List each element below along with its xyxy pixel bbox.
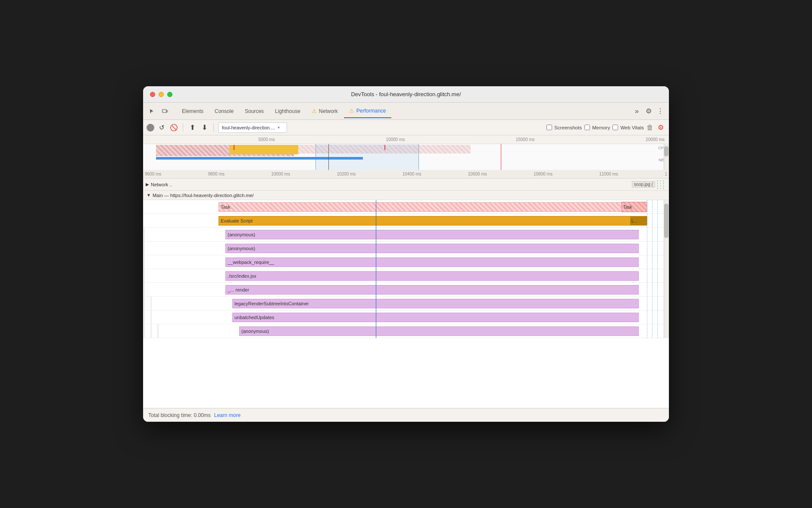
close-button[interactable] xyxy=(150,92,155,97)
anon3-row: (anonymous) xyxy=(143,324,669,338)
task-right-label: Task xyxy=(623,205,632,210)
src-label: ./src/index.jsx xyxy=(228,273,256,279)
task-label: Task xyxy=(221,204,231,210)
anon1-label: (anonymous) xyxy=(228,232,255,237)
flame-chart: ▼ Main — https://foul-heavenly-direction… xyxy=(143,191,669,408)
network-img-label: soop.jpg ( xyxy=(632,181,655,188)
screenshots-label: Screenshots xyxy=(554,125,582,130)
unbatched-row: unbatchedUpdates xyxy=(143,310,669,324)
eval-label: Evaluate Script xyxy=(221,218,253,223)
main-collapse-icon[interactable]: ▼ xyxy=(147,193,151,198)
network-warn-icon: ⚠ xyxy=(312,108,317,114)
tab-lighthouse-label: Lighthouse xyxy=(275,108,300,114)
web-vitals-checkbox[interactable] xyxy=(612,125,618,130)
main-header-label: Main — https://foul-heavenly-direction.g… xyxy=(153,193,254,198)
maximize-button[interactable] xyxy=(167,92,172,97)
memory-checkbox[interactable] xyxy=(584,125,590,130)
web-vitals-check[interactable]: Web Vitals xyxy=(612,125,644,130)
task-row: Task Task xyxy=(143,200,669,214)
traffic-lights xyxy=(150,92,172,97)
upload-button[interactable]: ⬆ xyxy=(187,123,197,132)
cursor-icon[interactable] xyxy=(147,106,158,117)
url-dropdown[interactable]: foul-heavenly-direction.... ▾ xyxy=(218,122,287,133)
flame-rows: Task Task Evaluate Script L... xyxy=(143,200,669,338)
detail-mark-9600: 9600 ms xyxy=(145,172,161,176)
render-label: _... render xyxy=(228,287,249,292)
memory-label: Memory xyxy=(592,125,610,130)
chevron-down-icon: ▾ xyxy=(278,125,280,130)
svg-rect-1 xyxy=(166,110,168,112)
render-row: _... render xyxy=(143,283,669,297)
timeline-ruler: 5000 ms 10000 ms 15000 ms 20000 ms xyxy=(143,135,669,144)
screenshots-check[interactable]: Screenshots xyxy=(547,125,582,130)
toolbar: ↺ 🚫 ⬆ ⬇ foul-heavenly-direction.... ▾ Sc… xyxy=(143,120,669,135)
device-icon[interactable] xyxy=(159,106,171,117)
clear-button[interactable]: 🚫 xyxy=(169,123,178,132)
tab-performance[interactable]: ⚠ Performance xyxy=(344,104,391,118)
ruler-mark-15000: 15000 ms xyxy=(516,137,535,142)
tab-network[interactable]: ⚠ Network xyxy=(306,104,343,118)
web-vitals-label: Web Vitals xyxy=(620,125,644,130)
more-tabs-button[interactable]: » xyxy=(631,107,642,115)
tab-network-label: Network xyxy=(319,108,338,114)
network-expand-icon[interactable]: ▶ xyxy=(146,182,149,187)
ruler-mark-20000: 20000 ms xyxy=(646,137,665,142)
capture-settings-icon[interactable]: ⚙ xyxy=(656,123,665,132)
webpack-label: __webpack_require__ xyxy=(228,260,274,265)
legacy-label: legacyRenderSubtreeIntoContainer xyxy=(234,301,309,306)
devtools-body: Elements Console Sources Lighthouse ⚠ Ne… xyxy=(143,103,669,422)
window-title: DevTools - foul-heavenly-direction.glitc… xyxy=(351,91,461,97)
detail-mark-10600: 10600 ms xyxy=(468,172,487,176)
tab-elements-label: Elements xyxy=(182,108,203,114)
tab-sources-label: Sources xyxy=(245,108,264,114)
eval-row: Evaluate Script L... xyxy=(143,214,669,228)
tab-elements[interactable]: Elements xyxy=(177,104,209,118)
detail-mark-11000: 11000 ms xyxy=(599,172,618,176)
eval-right-bar: L... xyxy=(630,216,647,226)
reload-button[interactable]: ↺ xyxy=(157,123,166,132)
devtools-window: DevTools - foul-heavenly-direction.glitc… xyxy=(143,86,669,422)
detail-mark-10200: 10200 ms xyxy=(337,172,356,176)
detail-mark-9800: 9800 ms xyxy=(208,172,225,176)
detail-mark-10000: 10000 ms xyxy=(271,172,290,176)
blocking-time-text: Total blocking time: 0.00ms xyxy=(148,412,211,418)
task-right-bar: Task xyxy=(621,202,647,212)
overview-scrollbar[interactable] xyxy=(664,144,669,170)
settings-gear-icon[interactable]: ⚙ xyxy=(643,107,654,115)
more-options-icon[interactable]: ⋮ xyxy=(655,107,665,115)
screenshots-checkbox[interactable] xyxy=(547,125,552,130)
toolbar-divider-1 xyxy=(183,123,183,132)
src-row: ./src/index.jsx xyxy=(143,269,669,283)
ruler-mark-10000: 10000 ms xyxy=(386,137,405,142)
unbatched-label: unbatchedUpdates xyxy=(234,315,274,320)
record-button[interactable] xyxy=(147,124,154,132)
tab-sources[interactable]: Sources xyxy=(240,104,269,118)
tab-lighthouse[interactable]: Lighthouse xyxy=(270,104,306,118)
tab-icon-group xyxy=(147,106,171,117)
learn-more-link[interactable]: Learn more xyxy=(214,412,240,418)
performance-warn-icon: ⚠ xyxy=(349,107,354,114)
detail-mark-end: 1 xyxy=(665,172,667,176)
eval-right-label: L... xyxy=(631,219,637,223)
ruler-mark-5000: 5000 ms xyxy=(258,137,275,142)
download-button[interactable]: ⬇ xyxy=(200,123,209,132)
legacy-row: legacyRenderSubtreeIntoContainer xyxy=(143,297,669,310)
timeline-overview[interactable]: 5000 ms 10000 ms 15000 ms 20000 ms xyxy=(143,135,669,170)
timeline-tracks[interactable]: CPU NET xyxy=(143,144,669,170)
memory-check[interactable]: Memory xyxy=(584,125,610,130)
title-bar: DevTools - foul-heavenly-direction.glitc… xyxy=(143,86,669,103)
webpack-row: __webpack_require__ xyxy=(143,255,669,269)
tab-console[interactable]: Console xyxy=(209,104,239,118)
anon3-label: (anonymous) xyxy=(241,329,269,334)
ruler-marks: 5000 ms 10000 ms 15000 ms 20000 ms xyxy=(143,137,669,142)
overview-scrollbar-thumb[interactable] xyxy=(664,146,668,157)
anon2-label: (anonymous) xyxy=(228,246,255,251)
clear-recordings-button[interactable]: 🗑 xyxy=(646,124,653,132)
tab-bar: Elements Console Sources Lighthouse ⚠ Ne… xyxy=(143,103,669,120)
flame-scrollbar[interactable] xyxy=(664,200,669,338)
detail-mark-10800: 10800 ms xyxy=(534,172,553,176)
anon1-row: (anonymous) xyxy=(143,228,669,241)
minimize-button[interactable] xyxy=(159,92,164,97)
svg-rect-0 xyxy=(162,110,166,113)
flame-scrollbar-thumb[interactable] xyxy=(664,204,668,238)
